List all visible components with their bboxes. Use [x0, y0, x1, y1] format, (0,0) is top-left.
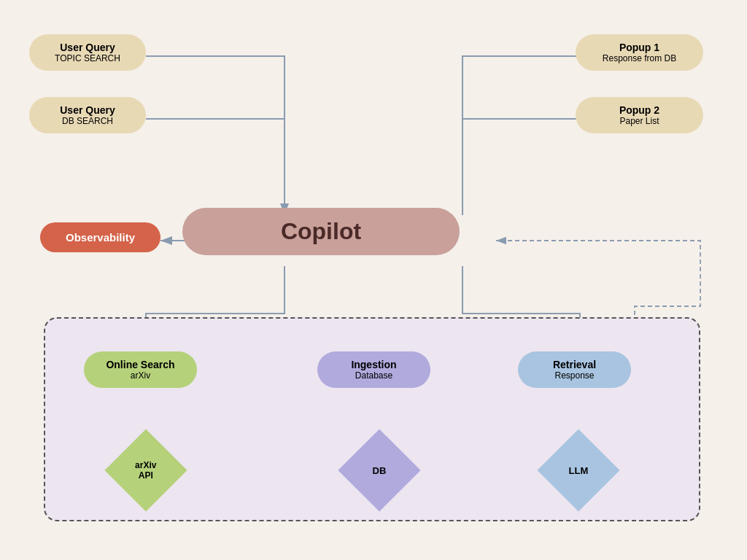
retrieval-node: Retrieval Response	[518, 351, 631, 388]
llm-diamond: LLM	[537, 429, 619, 511]
copilot-label: Copilot	[219, 218, 423, 245]
copilot-node: Copilot	[182, 208, 460, 255]
user-query-1-label: User Query	[45, 42, 130, 53]
ingestion-node: Ingestion Database	[317, 351, 430, 388]
online-search-node: Online Search arXiv	[84, 351, 197, 388]
user-query-1-sublabel: TOPIC SEARCH	[45, 53, 130, 63]
db-diamond-container: DB	[347, 438, 412, 503]
arxiv-api-diamond: arXiv API	[104, 429, 187, 511]
db-label: DB	[373, 465, 387, 476]
popup-1-sublabel: Response from DB	[592, 53, 687, 63]
popup-1-node: Popup 1 Response from DB	[576, 34, 703, 71]
user-query-2-sublabel: DB SEARCH	[45, 116, 130, 126]
ingestion-label: Ingestion	[332, 359, 416, 370]
popup-2-label: Popup 2	[592, 104, 687, 116]
retrieval-sublabel: Response	[533, 370, 616, 381]
arxiv-api-diamond-container: arXiv API	[109, 438, 182, 503]
online-search-sublabel: arXiv	[98, 370, 182, 381]
online-search-label: Online Search	[98, 359, 182, 370]
llm-label: LLM	[569, 465, 589, 476]
observability-label: Observability	[56, 231, 144, 244]
ingestion-sublabel: Database	[332, 370, 416, 381]
user-query-1-node: User Query TOPIC SEARCH	[29, 34, 146, 71]
retrieval-label: Retrieval	[533, 359, 616, 370]
user-query-2-label: User Query	[45, 104, 130, 116]
user-query-2-node: User Query DB SEARCH	[29, 97, 146, 133]
popup-1-label: Popup 1	[592, 42, 687, 53]
popup-2-node: Popup 2 Paper List	[576, 97, 703, 133]
llm-diamond-container: LLM	[546, 438, 611, 503]
arxiv-api-label: arXiv API	[135, 460, 156, 481]
observability-node: Observability	[40, 222, 160, 252]
diagram-container: User Query TOPIC SEARCH User Query DB SE…	[0, 0, 747, 560]
db-diamond: DB	[338, 429, 420, 511]
popup-2-sublabel: Paper List	[592, 116, 687, 126]
